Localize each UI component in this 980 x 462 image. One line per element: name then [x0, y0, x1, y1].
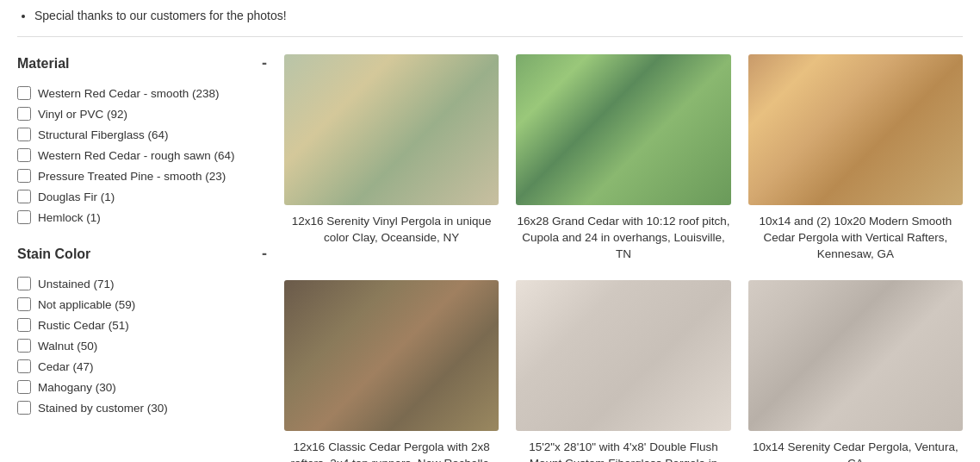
page-wrapper: Special thanks to our customers for the …	[0, 0, 980, 462]
material-filter-title: Material	[17, 56, 69, 72]
stain-color-filter-item[interactable]: Mahogany (30)	[17, 380, 267, 394]
material-filter-item[interactable]: Hemlock (1)	[17, 210, 267, 224]
material-filter-label[interactable]: Western Red Cedar - rough sawn (64)	[38, 149, 235, 162]
product-image	[284, 280, 499, 431]
stain-color-filter-section: Stain Color - Unstained (71) Not applica…	[17, 245, 267, 415]
product-title: 16x28 Grand Cedar with 10:12 roof pitch,…	[516, 214, 730, 263]
stain-color-checkbox[interactable]	[17, 339, 31, 353]
top-note-text: Special thanks to our customers for the …	[34, 9, 963, 22]
stain-color-filter-items: Unstained (71) Not applicable (59) Rusti…	[17, 277, 267, 415]
stain-color-filter-header: Stain Color -	[17, 245, 267, 266]
stain-color-checkbox[interactable]	[17, 359, 31, 373]
top-note-section: Special thanks to our customers for the …	[17, 9, 963, 37]
material-checkbox[interactable]	[17, 210, 31, 224]
stain-color-filter-item[interactable]: Cedar (47)	[17, 359, 267, 373]
material-filter-label[interactable]: Douglas Fir (1)	[38, 190, 115, 203]
stain-color-checkbox[interactable]	[17, 318, 31, 332]
material-filter-item[interactable]: Western Red Cedar - rough sawn (64)	[17, 148, 267, 162]
product-card[interactable]: 15'2"x 28'10" with 4'x8' Double Flush Mo…	[516, 280, 730, 462]
material-collapse-button[interactable]: -	[262, 54, 267, 72]
material-filter-header: Material -	[17, 54, 267, 76]
product-image	[748, 280, 963, 431]
stain-color-filter-title: Stain Color	[17, 247, 90, 262]
product-title: 10x14 Serenity Cedar Pergola, Ventura, C…	[748, 440, 963, 462]
stain-color-checkbox[interactable]	[17, 297, 31, 311]
material-filter-item[interactable]: Douglas Fir (1)	[17, 190, 267, 203]
product-image	[748, 54, 963, 205]
sidebar: Material - Western Red Cedar - smooth (2…	[17, 54, 267, 462]
product-card[interactable]: 12x16 Classic Cedar Pergola with 2x8 raf…	[284, 280, 499, 462]
product-image	[516, 54, 730, 205]
product-grid-container: 12x16 Serenity Vinyl Pergola in unique c…	[284, 54, 963, 462]
stain-color-filter-label[interactable]: Unstained (71)	[38, 278, 115, 290]
stain-color-filter-label[interactable]: Stained by customer (30)	[38, 402, 168, 415]
main-content: Material - Western Red Cedar - smooth (2…	[17, 54, 963, 462]
product-card[interactable]: 10x14 and (2) 10x20 Modern Smooth Cedar …	[748, 54, 963, 263]
product-title: 10x14 and (2) 10x20 Modern Smooth Cedar …	[748, 214, 963, 263]
stain-color-filter-item[interactable]: Rustic Cedar (51)	[17, 318, 267, 332]
stain-color-checkbox[interactable]	[17, 380, 31, 394]
stain-color-filter-item[interactable]: Stained by customer (30)	[17, 401, 267, 415]
product-grid: 12x16 Serenity Vinyl Pergola in unique c…	[284, 54, 963, 462]
material-checkbox[interactable]	[17, 107, 31, 121]
material-filter-item[interactable]: Pressure Treated Pine - smooth (23)	[17, 169, 267, 183]
material-checkbox[interactable]	[17, 128, 31, 141]
stain-color-filter-label[interactable]: Walnut (50)	[38, 340, 97, 353]
stain-color-filter-item[interactable]: Walnut (50)	[17, 339, 267, 353]
material-filter-item[interactable]: Western Red Cedar - smooth (238)	[17, 86, 267, 100]
material-checkbox[interactable]	[17, 148, 31, 162]
material-filter-section: Material - Western Red Cedar - smooth (2…	[17, 54, 267, 224]
stain-color-filter-label[interactable]: Rustic Cedar (51)	[38, 319, 129, 332]
material-filter-label[interactable]: Hemlock (1)	[38, 211, 101, 224]
product-image	[516, 280, 730, 431]
stain-color-filter-item[interactable]: Unstained (71)	[17, 277, 267, 290]
material-filter-label[interactable]: Structural Fiberglass (64)	[38, 128, 169, 141]
stain-color-checkbox[interactable]	[17, 401, 31, 415]
product-title: 15'2"x 28'10" with 4'x8' Double Flush Mo…	[516, 440, 730, 462]
stain-color-filter-label[interactable]: Cedar (47)	[38, 360, 94, 373]
material-filter-item[interactable]: Structural Fiberglass (64)	[17, 128, 267, 141]
stain-color-checkbox[interactable]	[17, 277, 31, 290]
material-filter-item[interactable]: Vinyl or PVC (92)	[17, 107, 267, 121]
material-checkbox[interactable]	[17, 169, 31, 183]
material-filter-items: Western Red Cedar - smooth (238) Vinyl o…	[17, 86, 267, 224]
material-filter-label[interactable]: Pressure Treated Pine - smooth (23)	[38, 170, 226, 183]
material-filter-label[interactable]: Western Red Cedar - smooth (238)	[38, 87, 220, 100]
stain-color-collapse-button[interactable]: -	[262, 245, 267, 263]
product-image	[284, 54, 499, 205]
material-checkbox[interactable]	[17, 190, 31, 203]
product-title: 12x16 Classic Cedar Pergola with 2x8 raf…	[284, 440, 499, 462]
stain-color-filter-label[interactable]: Not applicable (59)	[38, 298, 135, 311]
material-checkbox[interactable]	[17, 86, 31, 100]
material-filter-label[interactable]: Vinyl or PVC (92)	[38, 108, 127, 121]
product-card[interactable]: 16x28 Grand Cedar with 10:12 roof pitch,…	[516, 54, 730, 263]
stain-color-filter-label[interactable]: Mahogany (30)	[38, 381, 116, 394]
product-card[interactable]: 12x16 Serenity Vinyl Pergola in unique c…	[284, 54, 499, 263]
product-title: 12x16 Serenity Vinyl Pergola in unique c…	[284, 214, 499, 247]
stain-color-filter-item[interactable]: Not applicable (59)	[17, 297, 267, 311]
product-card[interactable]: 10x14 Serenity Cedar Pergola, Ventura, C…	[748, 280, 963, 462]
